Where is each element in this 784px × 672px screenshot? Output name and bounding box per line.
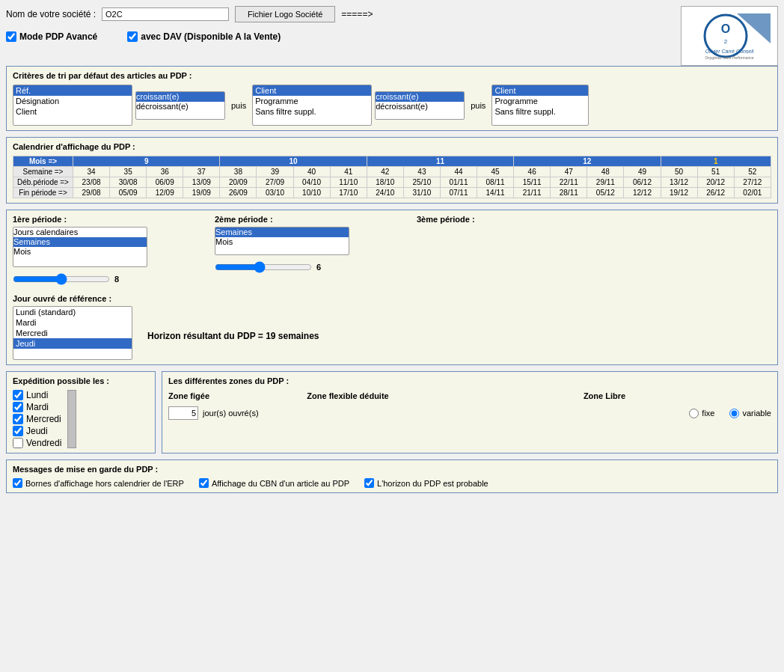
svg-text:2: 2 — [724, 38, 728, 45]
msg-checkbox-3[interactable] — [364, 478, 374, 488]
week-44: 44 — [440, 167, 477, 177]
calendar-section-title: Calendrier d'affichage du PDP : — [13, 142, 771, 151]
tri-col3-listbox[interactable]: Client Programme Sans filtre suppl. — [252, 85, 372, 126]
exp-jeudi-label: Jeudi — [26, 426, 48, 436]
week-49: 49 — [624, 167, 661, 177]
svg-text:O: O — [721, 22, 730, 35]
periode2-label: 2ème période : — [215, 215, 349, 224]
expedition-title: Expédition possible les : — [13, 376, 149, 385]
exp-jeudi-checkbox[interactable] — [13, 426, 23, 436]
top-controls: Nom de votre société : Fichier Logo Soci… — [6, 6, 778, 66]
periode1-slider[interactable] — [13, 273, 110, 285]
fin-label: Fin période => — [13, 188, 73, 198]
svg-text:Olivier Carré Conseil: Olivier Carré Conseil — [705, 49, 754, 54]
exp-vendredi[interactable]: Vendredi — [13, 438, 61, 448]
radio-variable[interactable]: variable — [729, 409, 771, 418]
deb-45: 08/11 — [477, 177, 514, 188]
fin-46: 21/11 — [514, 188, 551, 198]
mode-pdp-checkbox-item[interactable]: Mode PDP Avancé — [6, 31, 97, 42]
zone-libre-radios: fixe variable — [281, 409, 771, 418]
radio-variable-input[interactable] — [729, 409, 739, 418]
exp-mercredi-label: Mercredi — [26, 414, 61, 424]
svg-text:Oxygénez votre Performance: Oxygénez votre Performance — [705, 55, 753, 60]
exp-jeudi[interactable]: Jeudi — [13, 426, 61, 436]
messages-row: Bornes d'affichage hors calendrier de l'… — [13, 478, 771, 488]
radio-fixe[interactable]: fixe — [689, 409, 714, 418]
deb-40: 04/10 — [293, 177, 330, 188]
exp-mardi[interactable]: Mardi — [13, 402, 61, 412]
msg-checkbox-1[interactable] — [13, 478, 22, 488]
expedition-scrollbar[interactable] — [67, 390, 76, 448]
periode2-slider[interactable] — [215, 261, 312, 273]
periodes-section: 1ère période : Jours calendaires Semaine… — [6, 210, 778, 365]
avec-dav-checkbox-item[interactable]: avec DAV (Disponible A la Vente) — [127, 31, 281, 42]
tri-col1-listbox[interactable]: Réf. Désignation Client — [13, 85, 132, 126]
exp-mercredi-checkbox[interactable] — [13, 414, 23, 424]
deb-37: 13/09 — [183, 177, 220, 188]
zones-section: Les différentes zones du PDP : Zone figé… — [162, 371, 778, 453]
deb-38: 20/09 — [220, 177, 257, 188]
deb-49: 06/12 — [624, 177, 661, 188]
exp-lundi-checkbox[interactable] — [13, 390, 23, 400]
msg-label-1: Bornes d'affichage hors calendrier de l'… — [25, 479, 184, 488]
weeks-row: Semaine => 34 35 36 37 38 39 40 41 42 43… — [13, 167, 771, 177]
month-10: 10 — [220, 156, 367, 167]
avec-dav-checkbox[interactable] — [127, 31, 138, 42]
exp-mardi-checkbox[interactable] — [13, 402, 23, 412]
tri-col4-listbox[interactable]: croissant(e) décroissant(e) — [375, 91, 465, 120]
periode2-block: 2ème période : Semaines Mois 6 — [215, 215, 349, 273]
expedition-section: Expédition possible les : Lundi Mardi Me… — [6, 371, 156, 453]
tri-col2-listbox[interactable]: croissant(e) décroissant(e) — [135, 91, 225, 120]
week-45: 45 — [477, 167, 514, 177]
company-label: Nom de votre société : — [6, 9, 96, 19]
calendar-table: Mois => 9 10 11 12 1 Semaine => 34 35 36… — [13, 156, 771, 198]
msg-item-1[interactable]: Bornes d'affichage hors calendrier de l'… — [13, 478, 184, 488]
msg-checkbox-2[interactable] — [199, 478, 209, 488]
exp-lundi-label: Lundi — [26, 390, 48, 400]
zone-libre-label: Zone Libre — [584, 391, 625, 400]
deb-52: 27/12 — [734, 177, 771, 188]
bottom-row: Expédition possible les : Lundi Mardi Me… — [6, 371, 778, 453]
exp-vendredi-checkbox[interactable] — [13, 438, 23, 448]
jour-ouvre-listbox[interactable]: Lundi (standard) Mardi Mercredi Jeudi — [13, 306, 132, 360]
tri-col5-listbox[interactable]: Client Programme Sans filtre suppl. — [491, 85, 589, 126]
zone-figee-input[interactable] — [168, 406, 198, 420]
logo-button[interactable]: Fichier Logo Société — [235, 6, 335, 22]
week-42: 42 — [367, 167, 403, 177]
deb-43: 25/10 — [403, 177, 440, 188]
periode1-listbox[interactable]: Jours calendaires Semaines Mois — [13, 227, 147, 267]
fin-52: 02/01 — [734, 188, 771, 198]
msg-label-2: Affichage du CBN d'un article au PDP — [212, 479, 349, 488]
jours-label: jour(s) ouvré(s) — [203, 409, 259, 418]
periode3-label: 3ème période : — [417, 215, 475, 224]
deb-34: 23/08 — [73, 177, 110, 188]
mode-pdp-checkbox[interactable] — [6, 31, 16, 42]
periode3-block: 3ème période : — [417, 215, 475, 224]
periodes-row: 1ère période : Jours calendaires Semaine… — [13, 215, 771, 285]
month-11: 11 — [367, 156, 513, 167]
arrow-label: =====> — [341, 9, 373, 19]
deb-39: 27/09 — [257, 177, 293, 188]
deb-label: Déb.période => — [13, 177, 73, 188]
deb-44: 01/11 — [440, 177, 477, 188]
fin-45: 14/11 — [477, 188, 514, 198]
periode2-listbox[interactable]: Semaines Mois — [215, 227, 349, 255]
msg-item-3[interactable]: L'horizon du PDP est probable — [364, 478, 489, 488]
zone-figee-control: jour(s) ouvré(s) — [168, 406, 259, 420]
deb-48: 29/11 — [587, 177, 624, 188]
exp-mercredi[interactable]: Mercredi — [13, 414, 61, 424]
fin-42: 24/10 — [367, 188, 403, 198]
zone-figee-header: Zone figée — [168, 391, 258, 400]
week-47: 47 — [551, 167, 587, 177]
msg-item-2[interactable]: Affichage du CBN d'un article au PDP — [199, 478, 349, 488]
company-input[interactable] — [102, 7, 229, 21]
radio-fixe-input[interactable] — [689, 409, 699, 418]
exp-lundi[interactable]: Lundi — [13, 390, 61, 400]
messages-title: Messages de mise en garde du PDP : — [13, 465, 771, 474]
periode2-value: 6 — [316, 263, 321, 272]
tri-row: Réf. Désignation Client croissant(e) déc… — [13, 85, 771, 126]
fin-44: 07/11 — [440, 188, 477, 198]
month-12: 12 — [514, 156, 661, 167]
zones-title: Les différentes zones du PDP : — [168, 376, 771, 385]
month-9: 9 — [73, 156, 220, 167]
